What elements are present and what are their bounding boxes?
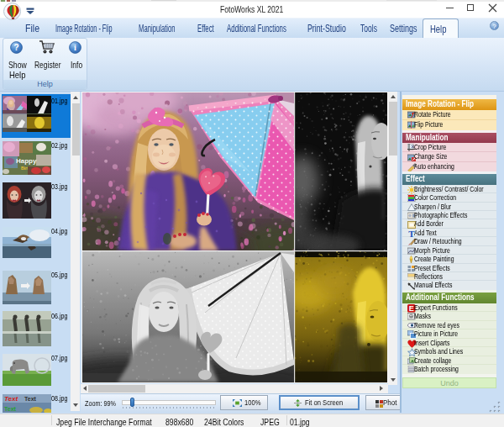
svg-text:Happy: Happy xyxy=(16,157,37,165)
svg-text:Text: Text xyxy=(4,395,18,403)
svg-text:i: i xyxy=(74,43,76,52)
svg-text:?: ? xyxy=(13,43,18,52)
svg-text:Text: Text xyxy=(4,406,17,412)
svg-text:Text: Text xyxy=(24,396,37,402)
